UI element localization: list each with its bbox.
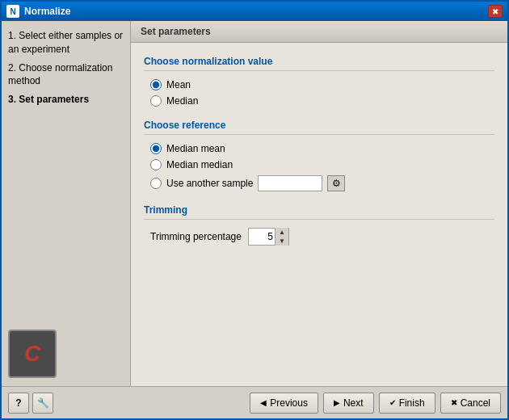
median-mean-option[interactable]: Median mean bbox=[150, 143, 494, 154]
next-label: Next bbox=[343, 397, 364, 409]
close-button[interactable]: ✖ bbox=[488, 5, 503, 18]
median-label: Median bbox=[166, 95, 198, 107]
help-button[interactable]: ? bbox=[8, 393, 29, 414]
normalization-value-title: Choose normalization value bbox=[144, 56, 494, 71]
median-radio[interactable] bbox=[150, 95, 162, 107]
mean-option[interactable]: Mean bbox=[150, 79, 494, 90]
next-button[interactable]: ▶ Next bbox=[323, 393, 374, 414]
reference-section: Choose reference Median mean Median medi… bbox=[144, 120, 494, 191]
sidebar-step-3: 3. Set parameters bbox=[8, 93, 124, 107]
sidebar: 1. Select either samples or an experimen… bbox=[2, 21, 131, 386]
sidebar-step-1-text: 1. Select either samples or an experimen… bbox=[8, 30, 123, 55]
previous-label: Previous bbox=[270, 397, 308, 409]
help-label: ? bbox=[15, 397, 21, 409]
main-panel: Set parameters Choose normalization valu… bbox=[131, 21, 507, 386]
title-bar: N Normalize ✖ bbox=[2, 2, 507, 21]
trimming-value-input[interactable] bbox=[249, 229, 275, 245]
median-median-option[interactable]: Median median bbox=[150, 159, 494, 170]
median-median-radio[interactable] bbox=[150, 159, 162, 170]
sidebar-step-1: 1. Select either samples or an experimen… bbox=[8, 29, 124, 57]
reference-options: Median mean Median median Use another sa… bbox=[144, 143, 494, 191]
panel-content: Choose normalization value Mean Median bbox=[131, 43, 507, 386]
sidebar-step-2-text: 2. Choose normalization method bbox=[8, 62, 112, 87]
footer-left-buttons: ? 🔧 bbox=[8, 393, 53, 414]
finish-icon: ✔ bbox=[389, 398, 396, 407]
window-icon-letter: N bbox=[10, 7, 15, 16]
spinbox-arrows: ▲ ▼ bbox=[275, 228, 288, 246]
finish-label: Finish bbox=[399, 397, 425, 409]
mean-radio[interactable] bbox=[150, 79, 162, 90]
use-another-option[interactable]: Use another sample bbox=[150, 178, 253, 189]
trimming-section: Trimming Trimming percentage ▲ ▼ bbox=[144, 204, 494, 246]
use-another-row: Use another sample ⚙ bbox=[150, 175, 494, 191]
window-icon: N bbox=[6, 5, 19, 18]
logo-letter: C bbox=[24, 341, 40, 367]
use-another-label: Use another sample bbox=[166, 178, 253, 189]
spin-up-button[interactable]: ▲ bbox=[276, 228, 288, 237]
previous-icon: ◀ bbox=[260, 398, 267, 407]
sidebar-logo: C bbox=[8, 330, 57, 378]
trimming-row: Trimming percentage ▲ ▼ bbox=[144, 228, 494, 246]
trimming-percentage-label: Trimming percentage bbox=[150, 231, 242, 242]
spin-down-button[interactable]: ▼ bbox=[276, 237, 288, 246]
sidebar-step-3-text: 3. Set parameters bbox=[8, 94, 89, 105]
window-title: Normalize bbox=[24, 6, 70, 17]
previous-button[interactable]: ◀ Previous bbox=[250, 393, 318, 414]
title-bar-left: N Normalize bbox=[6, 5, 70, 18]
reference-title: Choose reference bbox=[144, 120, 494, 135]
normalization-value-section: Choose normalization value Mean Median bbox=[144, 56, 494, 107]
sidebar-step-2: 2. Choose normalization method bbox=[8, 61, 124, 89]
footer: ? 🔧 ◀ Previous ▶ Next ✔ Finish ✖ Cancel bbox=[2, 386, 507, 418]
trimming-spinbox: ▲ ▼ bbox=[248, 228, 289, 246]
median-option[interactable]: Median bbox=[150, 95, 494, 107]
median-median-label: Median median bbox=[166, 159, 233, 170]
mean-label: Mean bbox=[166, 79, 191, 90]
panel-header: Set parameters bbox=[131, 21, 507, 43]
next-icon: ▶ bbox=[334, 398, 340, 407]
normalize-window: N Normalize ✖ 1. Select either samples o… bbox=[0, 0, 509, 420]
finish-button[interactable]: ✔ Finish bbox=[379, 393, 435, 414]
use-another-radio[interactable] bbox=[150, 178, 162, 189]
search-icon: ⚙ bbox=[332, 178, 341, 189]
trimming-title: Trimming bbox=[144, 204, 494, 220]
use-another-input[interactable] bbox=[258, 175, 322, 191]
median-mean-radio[interactable] bbox=[150, 143, 162, 154]
median-mean-label: Median mean bbox=[166, 143, 225, 154]
cancel-icon: ✖ bbox=[451, 398, 457, 407]
normalization-value-options: Mean Median bbox=[144, 79, 494, 107]
content-area: 1. Select either samples or an experimen… bbox=[2, 21, 507, 386]
wrench-icon: 🔧 bbox=[37, 397, 49, 409]
wrench-button[interactable]: 🔧 bbox=[32, 393, 53, 414]
cancel-label: Cancel bbox=[461, 397, 490, 409]
cancel-button[interactable]: ✖ Cancel bbox=[440, 393, 501, 414]
footer-right-buttons: ◀ Previous ▶ Next ✔ Finish ✖ Cancel bbox=[250, 393, 501, 414]
search-button[interactable]: ⚙ bbox=[327, 175, 345, 191]
